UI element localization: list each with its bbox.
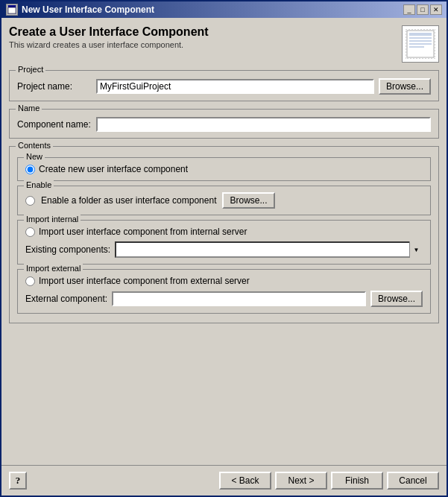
back-button[interactable]: < Back (219, 472, 271, 490)
import-external-option-row: Import user interface component from ext… (25, 276, 423, 286)
main-content: Create a User Interface Component This w… (1, 18, 447, 465)
svg-rect-6 (409, 40, 432, 42)
cancel-button[interactable]: Cancel (387, 472, 439, 490)
import-internal-subgroup: Import internal Import user interface co… (17, 220, 431, 265)
svg-rect-1 (8, 7, 16, 13)
minimize-button[interactable]: _ (403, 4, 415, 15)
existing-components-select[interactable] (115, 241, 423, 258)
import-external-option-label: Import user interface component from ext… (39, 276, 250, 286)
window-controls: _ □ ✕ (403, 4, 442, 15)
enable-browse-button[interactable]: Browse... (222, 192, 274, 209)
contents-group: Contents New Create new user interface c… (9, 146, 439, 323)
header-text: Create a User Interface Component This w… (9, 25, 209, 49)
project-group: Project Project name: Browse... (9, 70, 439, 101)
name-group: Name Component name: (9, 109, 439, 139)
svg-rect-7 (409, 43, 432, 45)
create-new-radio[interactable] (25, 165, 35, 174)
close-button[interactable]: ✕ (430, 4, 442, 15)
import-internal-option-row: Import user interface component from int… (25, 227, 423, 237)
component-name-label: Component name: (17, 119, 92, 130)
import-external-subgroup: Import external Import user interface co… (17, 269, 431, 314)
page-subtitle: This wizard creates a user interface com… (9, 40, 209, 49)
bottom-bar: ? < Back Next > Finish Cancel (1, 465, 447, 496)
project-name-label: Project name: (17, 81, 92, 92)
svg-rect-8 (409, 46, 424, 48)
external-component-input[interactable] (112, 291, 366, 306)
finish-button[interactable]: Finish (331, 472, 383, 490)
new-subgroup: New Create new user interface component (17, 157, 431, 181)
project-name-input[interactable] (96, 79, 374, 94)
title-bar: New User Interface Component _ □ ✕ (1, 1, 447, 18)
enable-subgroup-label: Enable (24, 180, 54, 189)
import-internal-label: Import internal (24, 215, 81, 224)
existing-components-row: Existing components: ▼ (25, 241, 423, 258)
existing-components-select-wrapper: ▼ (115, 241, 423, 258)
project-name-row: Project name: Browse... (17, 78, 431, 95)
project-group-label: Project (16, 65, 45, 74)
component-name-input[interactable] (96, 117, 431, 132)
enable-folder-radio[interactable] (25, 196, 35, 206)
enable-option-row: Enable a folder as user interface compon… (25, 192, 423, 209)
new-option-row: Create new user interface component (25, 164, 423, 174)
import-external-radio[interactable] (25, 276, 35, 286)
enable-folder-label: Enable a folder as user interface compon… (41, 195, 216, 206)
new-subgroup-label: New (24, 152, 45, 161)
external-component-row: External component: Browse... (25, 291, 423, 307)
external-browse-button[interactable]: Browse... (370, 291, 423, 307)
window-title: New User Interface Component (22, 4, 154, 15)
navigation-buttons: < Back Next > Finish Cancel (219, 472, 439, 490)
page-header: Create a User Interface Component This w… (9, 25, 439, 63)
import-internal-option-label: Import user interface component from int… (39, 227, 247, 237)
svg-rect-5 (409, 37, 432, 39)
contents-group-label: Contents (16, 141, 53, 150)
existing-components-label: Existing components: (25, 244, 110, 255)
import-internal-radio[interactable] (25, 227, 35, 237)
component-name-row: Component name: (17, 117, 431, 132)
external-component-label: External component: (25, 294, 107, 304)
enable-subgroup: Enable Enable a folder as user interface… (17, 186, 431, 215)
wizard-window: New User Interface Component _ □ ✕ Creat… (0, 0, 448, 497)
project-browse-button[interactable]: Browse... (379, 78, 431, 95)
window-icon (6, 4, 18, 16)
maximize-button[interactable]: □ (417, 4, 429, 15)
wizard-icon (402, 25, 439, 63)
svg-rect-2 (8, 5, 16, 7)
name-group-label: Name (16, 104, 42, 113)
import-external-label: Import external (24, 264, 83, 273)
page-title: Create a User Interface Component (9, 25, 209, 39)
next-button[interactable]: Next > (275, 472, 327, 490)
svg-rect-4 (409, 33, 432, 36)
help-button[interactable]: ? (9, 472, 27, 490)
create-new-label: Create new user interface component (39, 164, 188, 174)
